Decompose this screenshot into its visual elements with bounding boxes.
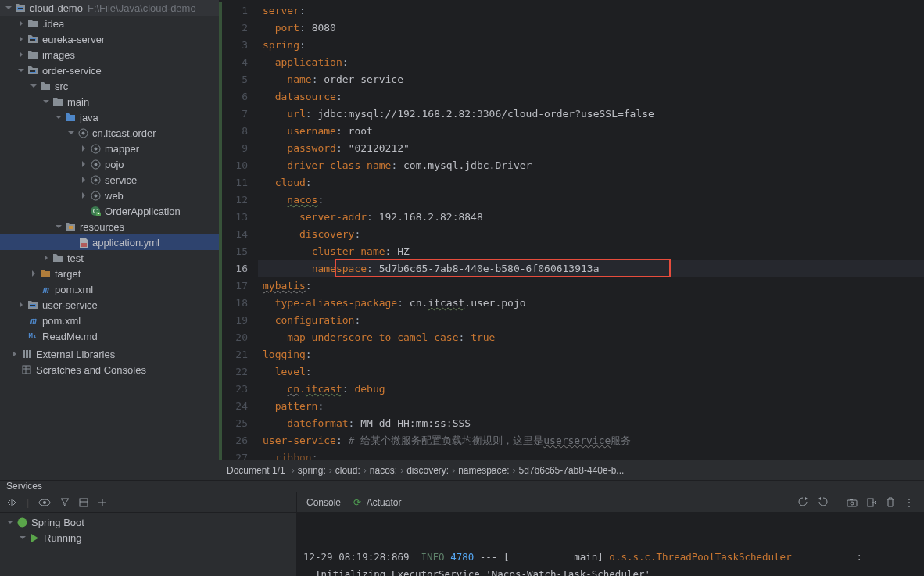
code-line-9[interactable]: password: "02120212" — [258, 140, 924, 157]
code-line-14[interactable]: discovery: — [258, 226, 924, 243]
code-line-13[interactable]: server-addr: 192.168.2.82:8848 — [258, 209, 924, 226]
gutter-line[interactable]: 23 — [219, 381, 257, 398]
tree-node-web[interactable]: web — [0, 188, 219, 203]
chevron-right-icon[interactable] — [41, 255, 52, 261]
tree-node-cloud-demo[interactable]: cloud-demoF:\File\Java\cloud-demo — [0, 0, 219, 16]
code-line-8[interactable]: username: root — [258, 123, 924, 140]
code-line-20[interactable]: map-underscore-to-camel-case: true — [258, 329, 924, 346]
gutter-line[interactable]: 17 — [219, 277, 257, 295]
code-line-26[interactable]: user-service: # 给某个微服务配置负载均衡规则，这里是userse… — [258, 432, 924, 449]
tree-node-readme-md[interactable]: M↓ReadMe.md — [0, 328, 219, 344]
tree-node-service[interactable]: service — [0, 172, 219, 188]
project-tree[interactable]: cloud-demoF:\File\Java\cloud-demo.ideaeu… — [0, 0, 219, 346]
chevron-right-icon[interactable] — [78, 145, 89, 152]
tree-node-user-service[interactable]: user-service — [0, 297, 219, 313]
gutter-line[interactable]: 15 — [219, 243, 257, 260]
code-line-23[interactable]: cn.itcast: debug — [258, 381, 924, 398]
services-tree[interactable]: Spring BootRunning — [0, 513, 296, 576]
chevron-right-icon[interactable] — [78, 192, 89, 199]
chevron-down-icon[interactable] — [17, 535, 28, 541]
gutter-line[interactable]: 4 — [219, 54, 257, 71]
tree-node-orderapplication[interactable]: COrderApplication — [0, 203, 219, 219]
tree-node--idea[interactable]: .idea — [0, 16, 219, 31]
breadcrumb-item[interactable]: 5d7b6c65-7ab8-440e-b... — [519, 465, 625, 476]
code-line-16[interactable]: namespace: 5d7b6c65-7ab8-440e-b580-6f060… — [258, 260, 924, 277]
tree-node-order-service[interactable]: order-service — [0, 63, 219, 78]
gutter-line[interactable]: 13 — [219, 209, 257, 226]
code-line-18[interactable]: type-aliases-package: cn.itcast.user.poj… — [258, 295, 924, 312]
code-line-3[interactable]: spring: — [258, 37, 924, 54]
code-line-25[interactable]: dateformat: MM-dd HH:mm:ss:SSS — [258, 415, 924, 432]
chevron-down-icon[interactable] — [3, 5, 14, 11]
code-line-21[interactable]: logging: — [258, 346, 924, 363]
breadcrumb-item[interactable]: nacos: — [370, 465, 397, 476]
chevron-right-icon[interactable] — [16, 20, 27, 27]
code-line-17[interactable]: mybatis: — [258, 277, 924, 295]
code-line-1[interactable]: server: — [258, 2, 924, 20]
gutter-line[interactable]: 11 — [219, 174, 257, 191]
collapse-icon[interactable] — [6, 497, 17, 508]
gutter-line[interactable]: 9 — [219, 140, 257, 157]
more-icon[interactable]: ⋮ — [904, 497, 915, 508]
gutter-line[interactable]: 25 — [219, 415, 257, 432]
show-icon[interactable] — [38, 498, 51, 507]
tree-node-main[interactable]: main — [0, 94, 219, 109]
chevron-down-icon[interactable] — [53, 224, 64, 230]
chevron-down-icon[interactable] — [41, 98, 52, 105]
add-icon[interactable] — [98, 498, 107, 507]
chevron-right-icon[interactable] — [78, 161, 89, 167]
code-line-12[interactable]: nacos: — [258, 191, 924, 209]
external-libraries-node[interactable]: External Libraries — [0, 346, 219, 362]
chevron-right-icon[interactable] — [16, 52, 27, 58]
tree-node-mapper[interactable]: mapper — [0, 141, 219, 156]
gutter[interactable]: 1234567891011121314151617181920212223242… — [219, 0, 258, 480]
gutter-line[interactable]: 2 — [219, 20, 257, 37]
rerun-icon[interactable] — [798, 497, 808, 507]
gutter-line[interactable]: 20 — [219, 329, 257, 346]
console-output[interactable]: 12-29 08:19:28:869 INFO 4780 --- [ main]… — [297, 513, 924, 576]
code-line-11[interactable]: cloud: — [258, 174, 924, 191]
tree-node-pom-xml[interactable]: mpom.xml — [0, 313, 219, 328]
code-line-5[interactable]: name: order-service — [258, 71, 924, 88]
gutter-line[interactable]: 18 — [219, 295, 257, 312]
gutter-line[interactable]: 22 — [219, 363, 257, 381]
breadcrumb-item[interactable]: cloud: — [335, 465, 360, 476]
chevron-right-icon[interactable] — [16, 302, 27, 308]
code-line-22[interactable]: level: — [258, 363, 924, 381]
gutter-line[interactable]: 16 — [219, 260, 257, 277]
exit-icon[interactable] — [867, 498, 876, 507]
scratches-node[interactable]: Scratches and Consoles — [0, 362, 219, 377]
gutter-line[interactable]: 19 — [219, 312, 257, 329]
code-line-10[interactable]: driver-class-name: com.mysql.jdbc.Driver — [258, 157, 924, 174]
chevron-down-icon[interactable] — [16, 67, 27, 73]
tree-node-test[interactable]: test — [0, 250, 219, 266]
gutter-line[interactable]: 6 — [219, 88, 257, 106]
gutter-line[interactable]: 7 — [219, 106, 257, 123]
tree-node-target[interactable]: target — [0, 266, 219, 281]
layout-icon[interactable] — [79, 498, 88, 507]
camera-icon[interactable] — [847, 498, 858, 507]
tree-node-eureka-server[interactable]: eureka-server — [0, 31, 219, 47]
breadcrumb-item[interactable]: spring: — [298, 465, 326, 476]
code-editor[interactable]: 1234567891011121314151617181920212223242… — [219, 0, 924, 480]
tree-node-images[interactable]: images — [0, 47, 219, 63]
gutter-line[interactable]: 8 — [219, 123, 257, 140]
breadcrumb[interactable]: Document 1/1 ›spring:›cloud:›nacos:›disc… — [219, 460, 924, 480]
tab-console[interactable]: Console — [306, 497, 341, 508]
chevron-down-icon[interactable] — [28, 83, 39, 89]
gutter-line[interactable]: 10 — [219, 157, 257, 174]
gutter-line[interactable]: 26 — [219, 432, 257, 449]
tree-node-resources[interactable]: resources — [0, 219, 219, 234]
tree-node-java[interactable]: java — [0, 109, 219, 125]
code-line-2[interactable]: port: 8080 — [258, 20, 924, 37]
chevron-down-icon[interactable] — [53, 114, 64, 120]
services-running-node[interactable]: Running — [0, 530, 296, 546]
rerun2-icon[interactable] — [818, 497, 828, 507]
chevron-down-icon[interactable] — [66, 130, 77, 136]
tree-node-application-yml[interactable]: application.yml — [0, 234, 219, 250]
trash-icon[interactable] — [886, 497, 895, 507]
code-line-24[interactable]: pattern: — [258, 398, 924, 415]
code-line-4[interactable]: application: — [258, 54, 924, 71]
gutter-line[interactable]: 1 — [219, 2, 257, 20]
gutter-line[interactable]: 3 — [219, 37, 257, 54]
